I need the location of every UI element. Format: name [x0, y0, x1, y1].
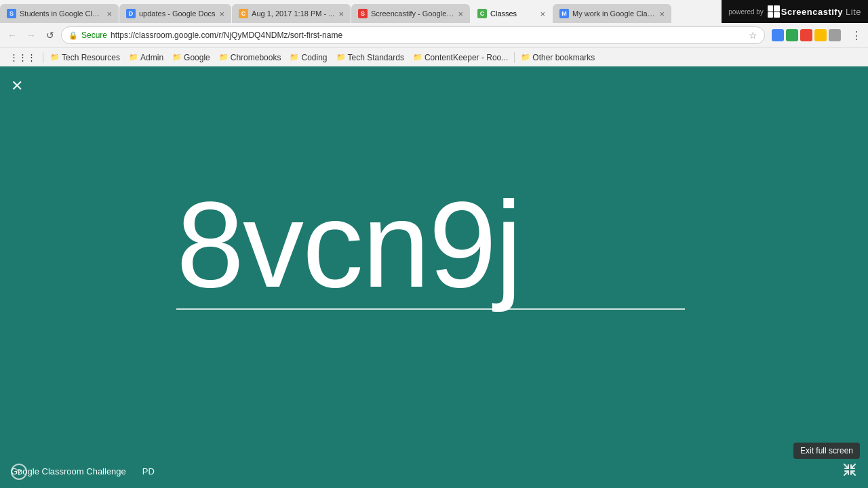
bookmark-folder-icon-bm5: 📁	[290, 53, 299, 62]
classroom-code: 8vcn9j	[176, 184, 521, 306]
url-text: https://classroom.google.com/r/NjQyMDQ4N…	[111, 30, 342, 40]
bookmark-bm2[interactable]: 📁Admin	[125, 52, 167, 64]
bookmarks-container: 📁Tech Resources📁Admin📁Google📁Chromebooks…	[46, 52, 863, 64]
browser-chrome: SStudents in Google Clas...×Dupdates - G…	[0, 0, 868, 66]
bookmarks-bar: ⋮⋮⋮ 📁Tech Resources📁Admin📁Google📁Chromeb…	[0, 47, 868, 66]
tab-favicon-tab5: C	[477, 9, 487, 18]
footer-subtitle: PD	[142, 466, 155, 476]
forward-icon: →	[26, 30, 36, 41]
powered-by-label: powered by	[728, 8, 764, 16]
footer-left: Google Classroom Challenge PD	[11, 466, 155, 476]
exit-fullscreen-tooltip: Exit full screen	[793, 443, 860, 459]
help-button[interactable]: ?	[11, 464, 27, 480]
bookmark-label-bm7: ContentKeeper - Roo...	[425, 53, 508, 62]
exit-fs-svg	[842, 462, 857, 477]
tab-tab2[interactable]: Dupdates - Google Docs×	[119, 4, 231, 23]
bookmark-folder-icon-bm6: 📁	[336, 53, 346, 62]
secure-label: Secure	[81, 30, 107, 40]
bookmark-label-bm4: Chromebooks	[231, 53, 281, 62]
bookmark-folder-icon-bm4: 📁	[219, 53, 229, 62]
bookmark-label-bm5: Coding	[301, 53, 327, 62]
menu-button[interactable]: ⋮	[848, 27, 864, 43]
bookmark-label-bm2: Admin	[140, 53, 163, 62]
main-content: ✕ 8vcn9j Google Classroom Challenge PD	[0, 66, 868, 488]
tab-tab4[interactable]: SScreencastify - Google ...×	[351, 4, 470, 23]
bookmark-bm7[interactable]: 📁ContentKeeper - Roo...	[409, 52, 512, 64]
ext-icon-5[interactable]	[829, 29, 841, 41]
nav-bar: ← → ↺ 🔒 Secure https://classroom.google.…	[0, 23, 868, 47]
tab-favicon-tab2: D	[126, 9, 136, 18]
tab-label-tab3: Aug 1, 2017 1:18 PM - ...	[252, 9, 334, 18]
bookmark-bm4[interactable]: 📁Chromebooks	[215, 52, 285, 64]
tab-close-tab6[interactable]: ×	[655, 9, 665, 19]
bookmark-apps[interactable]: ⋮⋮⋮	[5, 51, 40, 64]
tab-tab1[interactable]: SStudents in Google Clas...×	[0, 4, 119, 23]
tab-tab6[interactable]: MMy work in Google Clas...×	[553, 4, 671, 23]
tab-tab5[interactable]: CClasses×	[471, 4, 552, 23]
tab-close-tab2[interactable]: ×	[216, 9, 225, 19]
tab-tab3[interactable]: CAug 1, 2017 1:18 PM - ...×	[232, 4, 351, 23]
bookmark-label-bm8: Other bookmarks	[532, 53, 595, 62]
forward-button[interactable]: →	[23, 27, 39, 43]
tab-close-tab1[interactable]: ×	[102, 9, 112, 19]
close-icon: ✕	[11, 77, 23, 94]
bookmark-label-bm6: Tech Standards	[348, 53, 404, 62]
bookmark-bm6[interactable]: 📁Tech Standards	[332, 52, 408, 64]
ext-icon-2[interactable]	[786, 29, 798, 41]
secure-icon: 🔒	[68, 31, 78, 40]
code-underline	[176, 308, 685, 310]
tab-label-tab4: Screencastify - Google ...	[371, 9, 454, 18]
ext-icon-1[interactable]	[772, 29, 784, 41]
tab-bar-container: SStudents in Google Clas...×Dupdates - G…	[0, 0, 868, 23]
screencastify-logo: Screencastify Lite	[768, 5, 861, 18]
ext-icon-4[interactable]	[814, 29, 827, 41]
screencastify-text: Screencastify Lite	[781, 7, 861, 17]
bookmark-folder-icon-bm7: 📁	[413, 53, 422, 62]
close-button[interactable]: ✕	[11, 77, 23, 95]
screencastify-badge: powered by Screencastify Lite	[722, 0, 868, 23]
footer-right: Exit full screen	[842, 462, 857, 481]
tab-close-tab3[interactable]: ×	[334, 9, 344, 19]
bookmark-folder-icon-bm8: 📁	[521, 53, 530, 62]
reload-button[interactable]: ↺	[42, 27, 58, 43]
bookmark-label-bm1: Tech Resources	[62, 53, 120, 62]
bookmark-bm8[interactable]: 📁Other bookmarks	[517, 52, 599, 64]
tab-close-tab5[interactable]: ×	[536, 9, 545, 19]
logo-icon	[768, 5, 780, 18]
tab-close-tab4[interactable]: ×	[454, 9, 463, 19]
exit-fullscreen-icon	[842, 465, 857, 480]
bookmarks-end-divider	[514, 52, 515, 63]
bookmark-bm3[interactable]: 📁Google	[168, 52, 214, 64]
bookmark-label-bm3: Google	[184, 53, 210, 62]
tab-favicon-tab6: M	[559, 9, 569, 18]
back-button[interactable]: ←	[4, 27, 20, 43]
footer: Google Classroom Challenge PD	[0, 454, 868, 488]
extensions-area	[768, 24, 845, 47]
tab-favicon-tab3: C	[239, 9, 248, 18]
tab-favicon-tab4: S	[358, 9, 368, 18]
bookmark-bm1[interactable]: 📁Tech Resources	[46, 52, 124, 64]
address-bar[interactable]: 🔒 Secure https://classroom.google.com/r/…	[61, 26, 765, 44]
bookmark-folder-icon-bm3: 📁	[172, 53, 182, 62]
reload-icon: ↺	[46, 30, 54, 41]
back-icon: ←	[7, 30, 17, 41]
bookmark-folder-icon-bm2: 📁	[129, 53, 138, 62]
tab-label-tab1: Students in Google Clas...	[20, 9, 102, 18]
tab-label-tab5: Classes	[490, 9, 517, 18]
menu-icon: ⋮	[851, 29, 861, 42]
bookmark-bm5[interactable]: 📁Coding	[285, 52, 331, 64]
bookmark-folder-icon-bm1: 📁	[50, 53, 60, 62]
tab-label-tab2: updates - Google Docs	[139, 9, 216, 18]
tab-favicon-tab1: S	[7, 9, 16, 18]
code-display: 8vcn9j	[0, 66, 868, 454]
bookmarks-divider	[43, 52, 43, 63]
help-icon: ?	[16, 467, 22, 477]
footer-title: Google Classroom Challenge	[11, 466, 126, 476]
bookmark-star-icon[interactable]: ☆	[749, 30, 757, 41]
tab-bar: SStudents in Google Clas...×Dupdates - G…	[0, 0, 698, 23]
ext-icon-3[interactable]	[800, 29, 812, 41]
tab-label-tab6: My work in Google Clas...	[572, 9, 655, 18]
exit-fullscreen-button[interactable]: Exit full screen	[842, 462, 857, 481]
